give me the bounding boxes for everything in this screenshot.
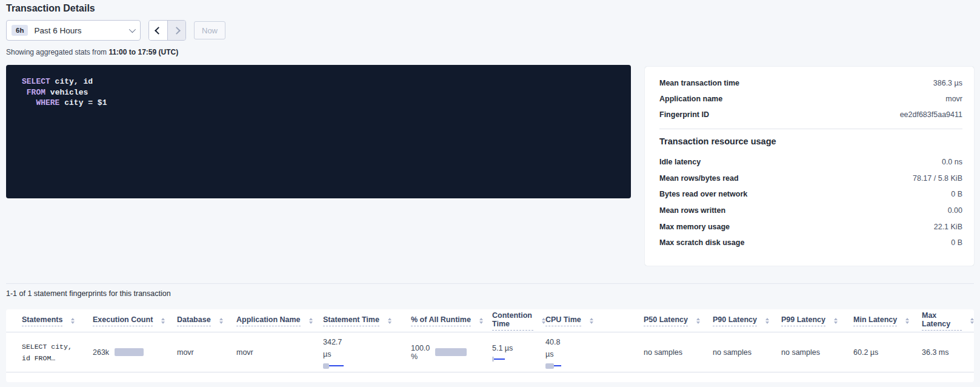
column-header-application-name[interactable]: Application Name [236, 315, 323, 326]
cell-contention-time: 5.1 µs [492, 343, 545, 362]
sql-statement-box: SELECT city, id FROM vehicles WHERE city… [6, 65, 631, 198]
page-title: Transaction Details [6, 3, 95, 14]
statement-link[interactable]: SELECT city, id FROM… [22, 341, 93, 364]
statements-table: Statements Execution Count Database Appl… [6, 309, 974, 382]
sort-icon[interactable] [590, 318, 593, 324]
summary-label: Idle latency [659, 158, 701, 166]
cell-execution-count: 263k [93, 348, 177, 357]
summary-value: 0.00 [948, 206, 962, 215]
summary-row-fingerprint-id: Fingerprint ID ee2df683f5aa9411 [659, 107, 962, 123]
time-range-label: Past 6 Hours [34, 26, 129, 35]
column-header-p50-latency[interactable]: P50 Latency [644, 315, 713, 326]
table-row: SELECT city, id FROM… 263k movr movr 342… [6, 332, 974, 372]
resource-row-max-memory-usage: Max memory usage 22.1 KiB [659, 218, 962, 235]
sql-line: WHERE city = $1 [22, 98, 615, 109]
time-step-buttons [148, 20, 186, 41]
column-header-database[interactable]: Database [177, 315, 236, 326]
sort-icon[interactable] [309, 318, 313, 324]
summary-value: 0 B [951, 190, 962, 198]
contention-time-bar [492, 357, 545, 362]
statement-time-bar [323, 363, 411, 369]
runtime-bar [435, 348, 467, 356]
column-header-contention-time[interactable]: Contention Time [492, 311, 545, 331]
summary-row-mean-transaction-time: Mean transaction time 386.3 µs [659, 75, 962, 91]
cell-min-latency: 60.2 µs [853, 348, 922, 357]
summary-value: 0.0 ns [942, 158, 962, 166]
execution-count-bar [115, 348, 144, 356]
column-header-runtime[interactable]: % of All Runtime [411, 315, 492, 326]
aggregation-range-text: Showing aggregated stats from 11:00 to 1… [6, 48, 178, 56]
column-header-min-latency[interactable]: Min Latency [853, 315, 922, 326]
resource-usage-heading: Transaction resource usage [659, 135, 962, 147]
summary-label: Max scratch disk usage [659, 238, 744, 247]
cell-max-latency: 36.3 ms [922, 348, 974, 357]
summary-value: ee2df683f5aa9411 [900, 110, 962, 119]
statement-count-text: 1-1 of 1 statement fingerprints for this… [6, 289, 171, 298]
column-header-max-latency[interactable]: Max Latency [922, 311, 974, 331]
cell-cpu-time: 40.8 µs [545, 336, 644, 369]
sql-line: FROM vehicles [22, 87, 615, 98]
summary-row-application-name: Application name movr [659, 91, 962, 107]
summary-label: Mean rows written [659, 206, 725, 215]
cell-database: movr [177, 348, 236, 357]
time-range-dropdown[interactable]: 6h Past 6 Hours [6, 20, 141, 41]
summary-value: 386.3 µs [933, 79, 962, 87]
cell-runtime: 100.0 % [411, 344, 492, 361]
time-range-badge: 6h [12, 25, 28, 36]
summary-label: Max memory usage [659, 223, 730, 231]
summary-label: Bytes read over network [659, 190, 747, 198]
sort-icon[interactable] [970, 318, 974, 324]
sort-icon[interactable] [765, 318, 769, 324]
resource-row-mean-rows-written: Mean rows written 0.00 [659, 203, 962, 219]
column-header-statement-time[interactable]: Statement Time [323, 315, 411, 326]
section-divider [6, 283, 974, 284]
summary-label: Mean transaction time [659, 79, 739, 87]
sort-icon[interactable] [71, 318, 75, 324]
aggregation-range-value: 11:00 to 17:59 (UTC) [108, 48, 178, 56]
aggregation-range-prefix: Showing aggregated stats from [6, 48, 108, 56]
cell-p99-latency: no samples [781, 348, 853, 357]
sql-line: SELECT city, id [22, 76, 615, 87]
sort-icon[interactable] [696, 318, 700, 324]
now-button[interactable]: Now [194, 21, 225, 39]
summary-value: 0 B [951, 238, 962, 247]
column-header-cpu-time[interactable]: CPU Time [545, 315, 644, 326]
summary-value: 22.1 KiB [934, 223, 962, 231]
chevron-right-icon [173, 27, 181, 35]
cell-p90-latency: no samples [713, 348, 781, 357]
sort-icon[interactable] [161, 318, 165, 324]
summary-label: Fingerprint ID [659, 110, 709, 119]
cell-p50-latency: no samples [644, 348, 713, 357]
summary-value: movr [945, 95, 962, 103]
column-header-execution-count[interactable]: Execution Count [93, 315, 177, 326]
sort-icon[interactable] [905, 318, 909, 324]
next-time-button[interactable] [167, 21, 185, 40]
sort-icon[interactable] [834, 318, 838, 324]
summary-label: Application name [659, 95, 722, 103]
resource-row-max-scratch-disk-usage: Max scratch disk usage 0 B [659, 235, 962, 251]
sort-icon[interactable] [388, 318, 392, 324]
cell-application-name: movr [236, 348, 323, 357]
statements-table-header: Statements Execution Count Database Appl… [6, 309, 974, 332]
summary-label: Mean rows/bytes read [659, 174, 739, 183]
cpu-time-bar [545, 363, 644, 369]
column-header-statements[interactable]: Statements [22, 315, 93, 326]
resource-row-bytes-read-over-network: Bytes read over network 0 B [659, 186, 962, 203]
column-header-p99-latency[interactable]: P99 Latency [781, 315, 853, 326]
chevron-down-icon [129, 26, 136, 33]
sort-icon[interactable] [219, 318, 223, 324]
transaction-summary-card: Mean transaction time 386.3 µs Applicati… [645, 67, 974, 266]
resource-row-idle-latency: Idle latency 0.0 ns [659, 154, 962, 170]
column-header-p90-latency[interactable]: P90 Latency [713, 315, 781, 326]
cell-statement-time: 342.7 µs [323, 336, 411, 369]
summary-divider [659, 129, 962, 129]
prev-time-button[interactable] [149, 21, 167, 40]
chevron-left-icon [155, 27, 162, 35]
resource-row-mean-rows-bytes-read: Mean rows/bytes read 78.17 / 5.8 KiB [659, 170, 962, 187]
sort-icon[interactable] [479, 318, 483, 324]
summary-value: 78.17 / 5.8 KiB [913, 174, 962, 183]
time-controls: 6h Past 6 Hours Now [6, 20, 225, 41]
